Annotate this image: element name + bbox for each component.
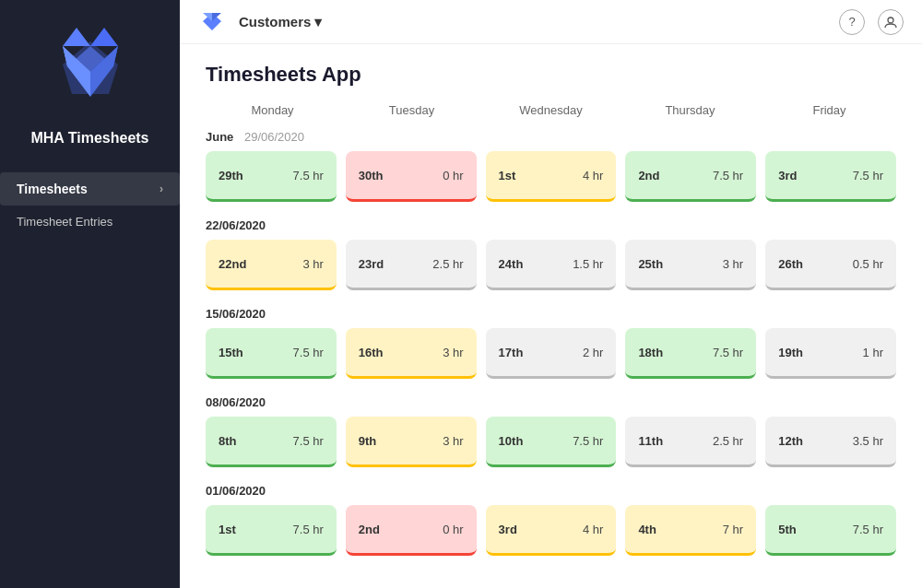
- day-hours: 7.5 hr: [853, 169, 883, 182]
- week-section-3: 08/06/20208th7.5 hr9th3 hr10th7.5 hr11th…: [206, 395, 896, 467]
- day-number: 25th: [638, 257, 663, 271]
- day-card-w1-d4[interactable]: 26th0.5 hr: [765, 240, 896, 290]
- week-label-2: 15/06/2020: [206, 307, 896, 321]
- day-card-w3-d0[interactable]: 8th7.5 hr: [206, 417, 337, 467]
- day-header-thursday: Thursday: [625, 103, 755, 117]
- day-number: 15th: [219, 346, 243, 359]
- day-number: 29th: [219, 169, 243, 182]
- help-button[interactable]: ?: [839, 9, 865, 35]
- day-number: 11th: [638, 434, 663, 448]
- week-label-4: 01/06/2020: [206, 484, 896, 498]
- customers-chevron-icon: ▾: [314, 14, 322, 30]
- day-number: 26th: [778, 257, 803, 271]
- day-number: 5th: [778, 523, 797, 536]
- day-header-monday: Monday: [207, 103, 337, 117]
- user-icon: [884, 16, 897, 29]
- page-title: Timesheets App: [206, 63, 896, 87]
- day-hours: 3 hr: [723, 257, 743, 271]
- customers-label: Customers: [239, 14, 311, 29]
- day-card-w2-d3[interactable]: 18th7.5 hr: [625, 328, 756, 379]
- day-hours: 1 hr: [863, 346, 883, 359]
- day-card-w0-d1[interactable]: 30th0 hr: [346, 151, 477, 202]
- day-hours: 3 hr: [443, 434, 463, 448]
- day-card-w0-d2[interactable]: 1st4 hr: [486, 151, 617, 202]
- chevron-right-icon: ›: [160, 182, 163, 195]
- day-card-w4-d3[interactable]: 4th7 hr: [625, 505, 756, 556]
- day-card-w2-d0[interactable]: 15th7.5 hr: [206, 328, 337, 379]
- week-label-3: 08/06/2020: [206, 395, 896, 409]
- day-card-w4-d2[interactable]: 3rd4 hr: [486, 505, 617, 556]
- day-hours: 7.5 hr: [293, 169, 324, 182]
- day-hours: 4 hr: [583, 169, 603, 182]
- sidebar-logo-area: [0, 0, 180, 129]
- day-card-w4-d4[interactable]: 5th7.5 hr: [765, 505, 896, 556]
- day-number: 10th: [499, 434, 524, 448]
- day-card-w2-d4[interactable]: 19th1 hr: [765, 328, 896, 379]
- svg-point-11: [888, 18, 893, 23]
- day-card-w1-d3[interactable]: 25th3 hr: [625, 240, 756, 290]
- week-section-1: 22/06/202022nd3 hr23rd2.5 hr24th1.5 hr25…: [206, 218, 896, 290]
- day-card-w2-d1[interactable]: 16th3 hr: [346, 328, 477, 379]
- day-card-w1-d1[interactable]: 23rd2.5 hr: [346, 240, 477, 290]
- content-area: Timesheets App MondayTuesdayWednesdayThu…: [180, 44, 922, 588]
- week-section-4: 01/06/20201st7.5 hr2nd0 hr3rd4 hr4th7 hr…: [206, 484, 896, 556]
- day-hours: 3 hr: [302, 257, 323, 271]
- day-hours: 1.5 hr: [573, 257, 603, 271]
- sidebar-item-timesheet-entries[interactable]: Timesheet Entries: [0, 207, 180, 236]
- weeks-container: June 29/06/202029th7.5 hr30th0 hr1st4 hr…: [206, 130, 896, 556]
- topbar-logo-icon: [198, 8, 226, 36]
- sidebar-item-timesheets[interactable]: Timesheets ›: [0, 172, 180, 206]
- day-hours: 7.5 hr: [713, 169, 743, 182]
- day-hours: 4 hr: [583, 523, 603, 536]
- topbar-left: Customers ▾: [198, 8, 329, 36]
- svg-marker-6: [63, 28, 90, 46]
- day-card-w2-d2[interactable]: 17th2 hr: [486, 328, 617, 379]
- day-number: 22nd: [219, 257, 246, 271]
- day-hours: 0 hr: [443, 523, 463, 536]
- week-row-2: 15th7.5 hr16th3 hr17th2 hr18th7.5 hr19th…: [206, 328, 896, 379]
- day-card-w1-d0[interactable]: 22nd3 hr: [206, 240, 337, 290]
- sidebar-app-name: MHA Timesheets: [21, 129, 158, 171]
- topbar: Customers ▾ ?: [180, 0, 922, 44]
- day-number: 8th: [219, 434, 237, 448]
- day-card-w4-d0[interactable]: 1st7.5 hr: [206, 505, 337, 556]
- week-section-2: 15/06/202015th7.5 hr16th3 hr17th2 hr18th…: [206, 307, 896, 379]
- day-number: 3rd: [499, 523, 517, 536]
- day-header-tuesday: Tuesday: [347, 103, 477, 117]
- customers-dropdown-button[interactable]: Customers ▾: [231, 10, 329, 34]
- day-card-w3-d2[interactable]: 10th7.5 hr: [486, 417, 617, 467]
- main-area: Customers ▾ ? Timesheets App MondayTuesd…: [180, 0, 922, 588]
- day-hours: 2 hr: [583, 346, 603, 359]
- topbar-right: ?: [839, 9, 904, 35]
- day-hours: 7.5 hr: [713, 346, 743, 359]
- day-card-w4-d1[interactable]: 2nd0 hr: [346, 505, 477, 556]
- week-row-4: 1st7.5 hr2nd0 hr3rd4 hr4th7 hr5th7.5 hr: [206, 505, 896, 556]
- day-hours: 3 hr: [443, 346, 463, 359]
- day-hours: 7.5 hr: [293, 523, 324, 536]
- week-row-3: 8th7.5 hr9th3 hr10th7.5 hr11th2.5 hr12th…: [206, 417, 896, 467]
- day-number: 18th: [638, 346, 663, 359]
- day-card-w3-d1[interactable]: 9th3 hr: [346, 417, 477, 467]
- day-number: 19th: [778, 346, 803, 359]
- day-card-w1-d2[interactable]: 24th1.5 hr: [486, 240, 617, 290]
- day-number: 1st: [499, 169, 516, 182]
- day-number: 30th: [359, 169, 384, 182]
- day-card-w0-d3[interactable]: 2nd7.5 hr: [625, 151, 756, 202]
- week-row-0: 29th7.5 hr30th0 hr1st4 hr2nd7.5 hr3rd7.5…: [206, 151, 896, 202]
- day-hours: 7.5 hr: [853, 523, 883, 536]
- day-number: 2nd: [359, 523, 380, 536]
- day-number: 2nd: [638, 169, 659, 182]
- day-card-w0-d4[interactable]: 3rd7.5 hr: [765, 151, 896, 202]
- day-card-w3-d4[interactable]: 12th3.5 hr: [765, 417, 896, 467]
- day-hours: 3.5 hr: [853, 434, 883, 448]
- day-hours: 2.5 hr: [432, 257, 463, 271]
- week-label-1: 22/06/2020: [206, 218, 896, 232]
- day-number: 4th: [638, 523, 656, 536]
- day-card-w0-d0[interactable]: 29th7.5 hr: [206, 151, 337, 202]
- day-hours: 7 hr: [723, 523, 743, 536]
- day-card-w3-d3[interactable]: 11th2.5 hr: [625, 417, 756, 467]
- user-profile-button[interactable]: [878, 9, 904, 35]
- day-hours: 2.5 hr: [713, 434, 743, 448]
- week-label-0: June 29/06/2020: [206, 130, 896, 144]
- week-row-1: 22nd3 hr23rd2.5 hr24th1.5 hr25th3 hr26th…: [206, 240, 896, 290]
